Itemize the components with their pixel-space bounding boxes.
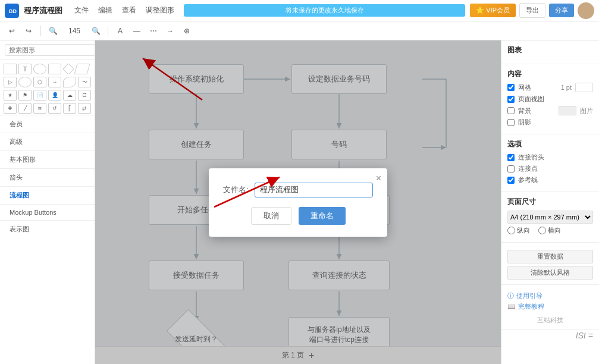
rp-pagesize-select[interactable]: A4 (210 mm × 297 mm) (507, 211, 593, 224)
book-icon: 📖 (507, 303, 516, 310)
menu-file[interactable]: 文件 (70, 3, 93, 18)
shape-wave[interactable]: 〜 (78, 77, 91, 87)
shape-doc[interactable]: 📄 (33, 90, 46, 101)
zoom-out[interactable]: 🔍 (46, 24, 60, 37)
sidebar-item-basic[interactable]: 基本图形 (5, 153, 90, 166)
modal-form-row: 文件名: (223, 183, 373, 197)
rp-footer: 互站科技 (507, 316, 593, 325)
rp-guide-row: 参考线 (507, 175, 593, 184)
rp-landscape-label[interactable]: 横向 (538, 226, 561, 235)
shape-person[interactable]: 👤 (48, 90, 61, 101)
rp-portrait-radio[interactable] (507, 227, 515, 234)
shape-circle[interactable] (18, 77, 32, 87)
shape-cloud[interactable]: ☁ (63, 90, 76, 101)
shape-bracket[interactable]: ⎡ (63, 103, 76, 114)
shape-rect[interactable] (4, 64, 17, 74)
sidebar-item-table[interactable]: 表示图 (5, 223, 90, 236)
zoom-in[interactable]: 🔍 (89, 24, 103, 37)
search-input[interactable] (5, 44, 95, 56)
shape-arrow-r[interactable]: → (48, 77, 61, 87)
avatar[interactable] (578, 2, 594, 19)
sidebar-section-mockup: Mockup Buttons (0, 204, 95, 220)
modal-file-label: 文件名: (223, 184, 249, 195)
shape-zigzag[interactable]: ≋ (33, 103, 46, 114)
menu-view[interactable]: 查看 (117, 3, 141, 18)
shape-triangle[interactable]: ▷ (4, 77, 17, 87)
search-bar: 🔍 (0, 40, 95, 60)
shape-star[interactable]: ★ (4, 90, 17, 101)
menu-edit[interactable]: 编辑 (93, 3, 117, 18)
sidebar-item-members[interactable]: 会员 (5, 118, 90, 130)
sidebar-section-basic: 基本图形 (0, 150, 95, 168)
info-icon: ⓘ (507, 291, 514, 300)
rp-grid-color[interactable] (575, 83, 593, 92)
toolbar-undo[interactable]: ↩ (5, 24, 19, 37)
rp-arrow-label: 连接箭头 (518, 153, 544, 162)
shapes-list: T ▷ ⬡ → 〜 ★ ⚑ 📄 👤 ☁ 🗒 (0, 60, 95, 364)
shape-curved[interactable] (63, 77, 76, 87)
shape-diamond-sm[interactable] (62, 63, 74, 75)
modal-close-button[interactable]: × (376, 173, 381, 184)
menu-shapes[interactable]: 调整图形 (141, 3, 179, 18)
rp-guide-check[interactable] (507, 177, 515, 184)
rp-connect-label: 连接点 (518, 164, 538, 173)
shape-hex[interactable]: ⬡ (33, 77, 46, 87)
rp-landscape-radio[interactable] (538, 227, 546, 234)
rp-guide-link[interactable]: ⓘ 使用引导 (507, 291, 593, 300)
vip-button[interactable]: ⭐ VIP会员 (470, 4, 516, 17)
sidebar-item-flowchart[interactable]: 流程图 (5, 189, 90, 202)
shape-rhombus[interactable] (74, 64, 90, 74)
export-button[interactable]: 导出 (519, 3, 545, 18)
rp-shadow-label: 阴影 (518, 118, 531, 127)
sidebar-item-arrow[interactable]: 箭头 (5, 171, 90, 184)
ist-label: ISt = (576, 331, 593, 340)
rp-pageview-check[interactable] (507, 96, 515, 103)
rp-bg-check[interactable] (507, 107, 515, 114)
rp-grid-check[interactable] (507, 84, 515, 91)
rp-pageview-label: 页面视图 (518, 95, 544, 103)
rp-portrait-label[interactable]: 纵向 (507, 226, 530, 235)
modal-confirm-button[interactable]: 重命名 (299, 207, 346, 225)
modal-filename-input[interactable] (255, 183, 373, 197)
canvas-area[interactable]: 操作系统初始化 设定数据业务号码 创建任务 号码 开始多任务 拨号，建立ppp链… (95, 40, 501, 364)
sidebar-section-flowchart: 流程图 (0, 186, 95, 204)
rp-orientation-row: 纵向 横向 (507, 226, 593, 235)
share-button[interactable]: 分享 (549, 4, 574, 17)
rp-pageview-row: 页面视图 (507, 95, 593, 103)
shape-note[interactable]: 🗒 (78, 90, 91, 101)
modal-overlay[interactable]: × 文件名: 取消 重命名 (95, 40, 501, 364)
rp-title-section: 图表 (501, 40, 599, 64)
shape-rect2[interactable] (48, 64, 61, 74)
shape-dbl-arrow[interactable]: ⇄ (78, 103, 91, 114)
rp-connect-row: 连接点 (507, 164, 593, 173)
add-tool[interactable]: ⊕ (180, 24, 194, 37)
rp-shadow-check[interactable] (507, 119, 515, 126)
notification-bar[interactable]: 将未保存的更改永久地保存 (184, 4, 465, 17)
shape-text[interactable]: T (18, 64, 32, 74)
shape-line[interactable]: ╱ (18, 103, 32, 114)
shape-loop[interactable]: ↺ (48, 103, 61, 114)
rp-tutorial-link[interactable]: 📖 完整教程 (507, 302, 593, 311)
app-title: 程序流程图 (24, 5, 62, 16)
toolbar-redo[interactable]: ↪ (21, 24, 36, 37)
line-tool[interactable]: — (130, 24, 144, 37)
rp-arrow-check[interactable] (507, 154, 515, 161)
app-logo: BD (5, 4, 19, 18)
rp-content-title: 内容 (507, 69, 593, 79)
shape-cross[interactable]: ✚ (4, 103, 17, 114)
rp-connect-check[interactable] (507, 165, 515, 172)
rp-clear-btn[interactable]: 清除默认风格 (507, 266, 593, 280)
line-style[interactable]: ⋯ (146, 24, 161, 37)
rp-grid-label: 网格 (518, 83, 531, 92)
rp-bg-label: 背景 (518, 106, 531, 115)
modal-cancel-button[interactable]: 取消 (251, 207, 291, 225)
rp-reset-btn[interactable]: 重置数据 (507, 250, 593, 263)
sidebar-item-advanced[interactable]: 高级 (5, 136, 90, 148)
rp-bg-color[interactable] (559, 106, 576, 115)
rp-grid-row: 网格 1 pt (507, 83, 593, 92)
shape-ellipse[interactable] (33, 64, 46, 74)
arrow-tool[interactable]: → (163, 24, 177, 37)
shape-flag[interactable]: ⚑ (18, 90, 32, 101)
sidebar-item-mockup[interactable]: Mockup Buttons (5, 207, 90, 218)
format-text[interactable]: A (113, 24, 127, 37)
